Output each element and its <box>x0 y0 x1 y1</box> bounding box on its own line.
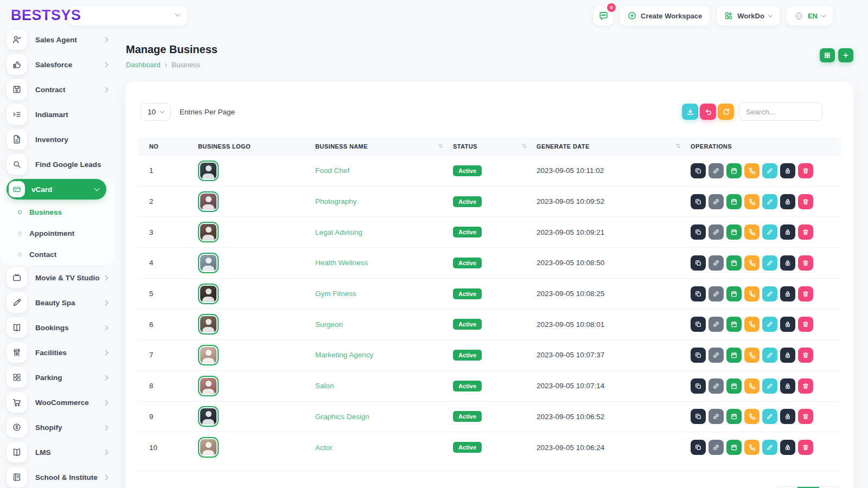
edit-button[interactable] <box>762 163 777 178</box>
duplicate-button[interactable] <box>691 194 706 209</box>
calendar-button[interactable] <box>726 378 742 394</box>
business-name-link[interactable]: Salon <box>315 382 453 390</box>
calendar-button[interactable] <box>726 194 742 209</box>
duplicate-button[interactable] <box>691 348 706 363</box>
delete-button[interactable] <box>798 348 813 363</box>
edit-button[interactable] <box>762 317 777 332</box>
call-button[interactable] <box>744 224 760 240</box>
calendar-button[interactable] <box>726 440 742 455</box>
sidebar-item-contract[interactable]: Contract <box>0 77 115 102</box>
delete-button[interactable] <box>798 409 813 424</box>
sidebar-item-vcard[interactable]: vCard <box>7 179 106 200</box>
lock-button[interactable] <box>780 255 795 271</box>
sidebar-subitem-contact[interactable]: Contact <box>0 244 115 265</box>
delete-button[interactable] <box>798 163 813 178</box>
duplicate-button[interactable] <box>691 409 706 424</box>
lock-button[interactable] <box>780 348 795 363</box>
link-button[interactable] <box>709 317 724 332</box>
breadcrumb-dashboard-link[interactable]: Dashboard <box>126 61 161 69</box>
link-button[interactable] <box>709 224 724 240</box>
lock-button[interactable] <box>780 286 795 301</box>
sidebar-item-movie-tv-studio[interactable]: Movie & TV Studio <box>0 265 115 290</box>
lock-button[interactable] <box>780 194 795 209</box>
business-name-link[interactable]: Graphics Design <box>315 413 453 421</box>
sidebar-item-salesforce[interactable]: Salesforce <box>0 52 115 77</box>
search-input[interactable] <box>739 102 822 121</box>
sidebar-item-school-institute[interactable]: School & Institute <box>0 465 115 488</box>
link-button[interactable] <box>709 348 724 363</box>
col-generate-date[interactable]: GENERATE DATE⇅ <box>537 143 691 150</box>
language-button[interactable]: EN <box>787 6 833 25</box>
sidebar-subitem-appointment[interactable]: Appointment <box>0 223 115 244</box>
reset-button[interactable] <box>700 104 716 120</box>
reload-button[interactable] <box>718 104 734 120</box>
call-button[interactable] <box>744 255 760 271</box>
lock-button[interactable] <box>780 163 795 178</box>
add-business-button[interactable] <box>838 48 853 62</box>
business-name-link[interactable]: Health Wellness <box>315 259 453 267</box>
sidebar-item-facilities[interactable]: Facilities <box>0 340 115 365</box>
business-name-link[interactable]: Surgeon <box>315 320 453 329</box>
business-name-link[interactable]: Gym Fitness <box>315 290 453 298</box>
duplicate-button[interactable] <box>691 440 706 455</box>
sidebar-item-bookings[interactable]: Bookings <box>0 315 115 340</box>
calendar-button[interactable] <box>726 163 742 178</box>
link-button[interactable] <box>709 194 724 209</box>
sidebar-item-parking[interactable]: Parking <box>0 365 115 390</box>
call-button[interactable] <box>744 440 760 455</box>
delete-button[interactable] <box>798 224 813 240</box>
edit-button[interactable] <box>762 194 777 209</box>
lock-button[interactable] <box>780 378 795 394</box>
sidebar-item-indiamart[interactable]: Indiamart <box>0 102 115 127</box>
call-button[interactable] <box>744 163 760 178</box>
sidebar-item-shopify[interactable]: Shopify <box>0 415 115 440</box>
link-button[interactable] <box>709 286 724 301</box>
delete-button[interactable] <box>798 317 813 332</box>
sidebar-item-beauty-spa[interactable]: Beauty Spa <box>0 290 115 315</box>
sidebar-item-find-google-leads[interactable]: Find Google Leads <box>0 152 115 177</box>
delete-button[interactable] <box>798 286 813 301</box>
sidebar-subitem-business[interactable]: Business <box>0 202 115 223</box>
messages-button[interactable]: 0 <box>593 6 613 25</box>
workdo-menu-button[interactable]: WorkDo <box>717 6 780 25</box>
edit-button[interactable] <box>762 286 777 301</box>
link-button[interactable] <box>709 378 724 394</box>
business-name-link[interactable]: Marketing Agency <box>315 351 453 359</box>
business-name-link[interactable]: Photography <box>315 197 453 206</box>
link-button[interactable] <box>709 440 724 455</box>
duplicate-button[interactable] <box>691 163 706 178</box>
calendar-button[interactable] <box>726 286 742 301</box>
call-button[interactable] <box>744 409 760 424</box>
call-button[interactable] <box>744 317 760 332</box>
edit-button[interactable] <box>762 378 777 394</box>
calendar-button[interactable] <box>726 255 742 271</box>
calendar-button[interactable] <box>726 409 742 424</box>
duplicate-button[interactable] <box>691 317 706 332</box>
col-status[interactable]: STATUS⇅ <box>453 143 537 150</box>
call-button[interactable] <box>744 286 760 301</box>
business-name-link[interactable]: Food Chef <box>315 166 453 175</box>
business-name-link[interactable]: Legal Advising <box>315 228 453 236</box>
delete-button[interactable] <box>798 255 813 271</box>
edit-button[interactable] <box>762 255 777 271</box>
sidebar-item-lms[interactable]: LMS <box>0 440 115 465</box>
lock-button[interactable] <box>780 440 795 455</box>
lock-button[interactable] <box>780 409 795 424</box>
link-button[interactable] <box>709 163 724 178</box>
export-button[interactable] <box>682 104 698 120</box>
create-workspace-button[interactable]: Create Workspace <box>620 6 710 25</box>
calendar-button[interactable] <box>726 224 742 240</box>
link-button[interactable] <box>709 255 724 271</box>
lock-button[interactable] <box>780 224 795 240</box>
delete-button[interactable] <box>798 378 813 394</box>
lock-button[interactable] <box>780 317 795 332</box>
edit-button[interactable] <box>762 348 777 363</box>
edit-button[interactable] <box>762 224 777 240</box>
calendar-button[interactable] <box>726 348 742 363</box>
edit-button[interactable] <box>762 409 777 424</box>
duplicate-button[interactable] <box>691 286 706 301</box>
calendar-button[interactable] <box>726 317 742 332</box>
duplicate-button[interactable] <box>691 255 706 271</box>
duplicate-button[interactable] <box>691 224 706 240</box>
col-business-name[interactable]: BUSINESS NAME⇅ <box>315 143 453 150</box>
